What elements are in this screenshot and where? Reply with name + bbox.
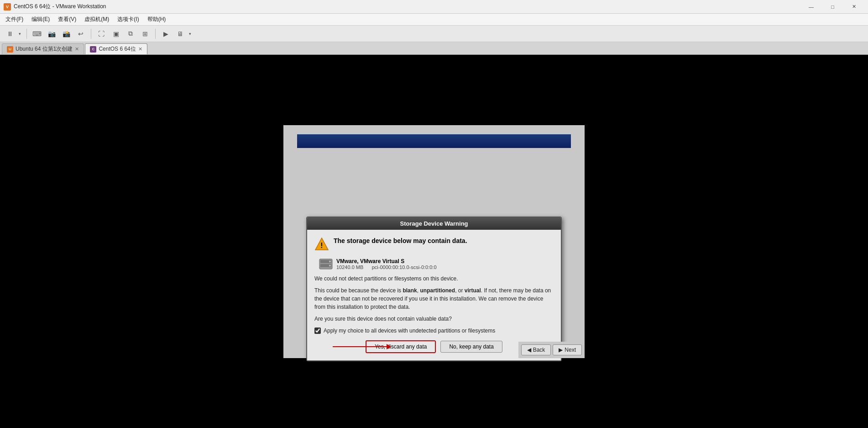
- snapshot-button[interactable]: 📸: [60, 27, 73, 40]
- back-button[interactable]: ◀ Back: [521, 344, 551, 355]
- svg-text:!: !: [320, 242, 323, 249]
- toolbar-divider-1: [26, 29, 27, 39]
- tabsbar: U Ubuntu 64 位第1次创建 ✕ C CentOS 6 64位 ✕: [0, 42, 868, 55]
- menu-file[interactable]: 文件(F): [2, 14, 27, 25]
- tab-centos-icon: C: [90, 46, 96, 53]
- pause-dropdown[interactable]: ▾: [16, 27, 23, 40]
- display-button[interactable]: 🖥: [174, 27, 187, 40]
- tab-ubuntu-label: Ubuntu 64 位第1次创建: [16, 45, 73, 53]
- svg-point-6: [329, 264, 331, 266]
- next-label: Next: [565, 347, 576, 353]
- dialog-warning-title: The storage device below may contain dat…: [334, 237, 467, 244]
- dialog-checkbox-row: Apply my choice to all devices with unde…: [314, 328, 554, 334]
- no-keep-button[interactable]: No, keep any data: [440, 341, 502, 353]
- fullscreen-button[interactable]: ⛶: [95, 27, 108, 40]
- menu-tabs[interactable]: 选项卡(I): [114, 14, 142, 25]
- dialog-warning-row: ! The storage device below may contain d…: [314, 237, 554, 252]
- back-arrow-icon: ◀: [527, 347, 531, 353]
- hdd-icon: [319, 259, 333, 269]
- view-button[interactable]: ▣: [110, 27, 122, 40]
- dialog-titlebar: Storage Device Warning: [307, 217, 561, 230]
- pause-button[interactable]: ⏸: [4, 27, 16, 40]
- tab-ubuntu-close[interactable]: ✕: [75, 46, 79, 52]
- menu-edit[interactable]: 编辑(E): [28, 14, 53, 25]
- device-details: VMware, VMware Virtual S 10240.0 MB pci-…: [336, 258, 437, 270]
- next-arrow-icon: ▶: [559, 347, 563, 353]
- titlebar: V CentOS 6 64位 - VMware Workstation — □ …: [0, 0, 868, 14]
- another-view-button[interactable]: ⊞: [139, 27, 152, 40]
- dialog-text2: This could be because the device is blan…: [314, 286, 554, 311]
- toolbar-divider-2: [91, 29, 91, 39]
- device-size: 10240.0 MB: [336, 264, 363, 270]
- menu-vm[interactable]: 虚拟机(M): [81, 14, 113, 25]
- dialog-text1: We could not detect partitions or filesy…: [314, 275, 554, 283]
- display-dropdown[interactable]: ▾: [187, 27, 193, 40]
- screenshot-button[interactable]: 📷: [45, 27, 58, 40]
- menu-help[interactable]: 帮助(H): [144, 14, 170, 25]
- vm-nav-bar: ◀ Back ▶ Next: [518, 342, 585, 358]
- tab-ubuntu[interactable]: U Ubuntu 64 位第1次创建 ✕: [2, 43, 84, 54]
- device-id: pci-0000:00:10.0-scsi-0:0:0:0: [372, 264, 437, 270]
- tab-centos-close[interactable]: ✕: [138, 46, 142, 52]
- dialog-body: ! The storage device below may contain d…: [307, 230, 561, 360]
- tab-centos-label: CentOS 6 64位: [99, 45, 136, 53]
- dialog-buttons: Yes, discard any data No, keep any data: [314, 340, 554, 353]
- toolbar-divider-3: [155, 29, 156, 39]
- toolbar: ⏸ ▾ ⌨ 📷 📸 ↩ ⛶ ▣ ⧉ ⊞ ▶ 🖥 ▾: [0, 26, 868, 42]
- vm-window: Storage Device Warning ! The storage dev…: [283, 125, 585, 358]
- restore-button[interactable]: □: [822, 1, 843, 13]
- svg-point-5: [329, 260, 331, 262]
- device-meta: 10240.0 MB pci-0000:00:10.0-scsi-0:0:0:0: [336, 264, 437, 270]
- dialog-text3: Are you sure this device does not contai…: [314, 315, 554, 323]
- window-controls: — □ ✕: [801, 1, 864, 13]
- pause-toolbar-group: ⏸ ▾: [4, 27, 23, 40]
- display-toolbar-group: 🖥 ▾: [174, 27, 193, 40]
- vm-header-bar: [297, 134, 571, 148]
- app-title: CentOS 6 64位 - VMware Workstation: [14, 3, 798, 11]
- checkbox-label[interactable]: Apply my choice to all devices with unde…: [324, 328, 495, 334]
- back-label: Back: [533, 347, 545, 353]
- arrow-line: [333, 346, 387, 347]
- warning-triangle-icon: !: [314, 237, 329, 252]
- arrow-indicator: [333, 346, 387, 347]
- console-button[interactable]: ▶: [159, 27, 172, 40]
- minimize-button[interactable]: —: [801, 1, 821, 13]
- app-icon: V: [4, 3, 11, 11]
- storage-warning-dialog: Storage Device Warning ! The storage dev…: [306, 217, 562, 361]
- send-ctrl-alt-del-button[interactable]: ⌨: [31, 27, 43, 40]
- menubar: 文件(F) 编辑(E) 查看(V) 虚拟机(M) 选项卡(I) 帮助(H): [0, 14, 868, 26]
- revert-button[interactable]: ↩: [74, 27, 87, 40]
- device-name: VMware, VMware Virtual S: [336, 258, 437, 264]
- device-info: VMware, VMware Virtual S 10240.0 MB pci-…: [314, 258, 554, 270]
- main-content: Storage Device Warning ! The storage dev…: [0, 55, 868, 428]
- apply-all-checkbox[interactable]: [314, 328, 321, 334]
- next-button[interactable]: ▶ Next: [553, 344, 582, 355]
- tab-centos[interactable]: C CentOS 6 64位 ✕: [85, 43, 147, 54]
- tab-ubuntu-icon: U: [7, 46, 13, 53]
- close-button[interactable]: ✕: [844, 1, 864, 13]
- unity-button[interactable]: ⧉: [124, 27, 137, 40]
- menu-view[interactable]: 查看(V): [54, 14, 80, 25]
